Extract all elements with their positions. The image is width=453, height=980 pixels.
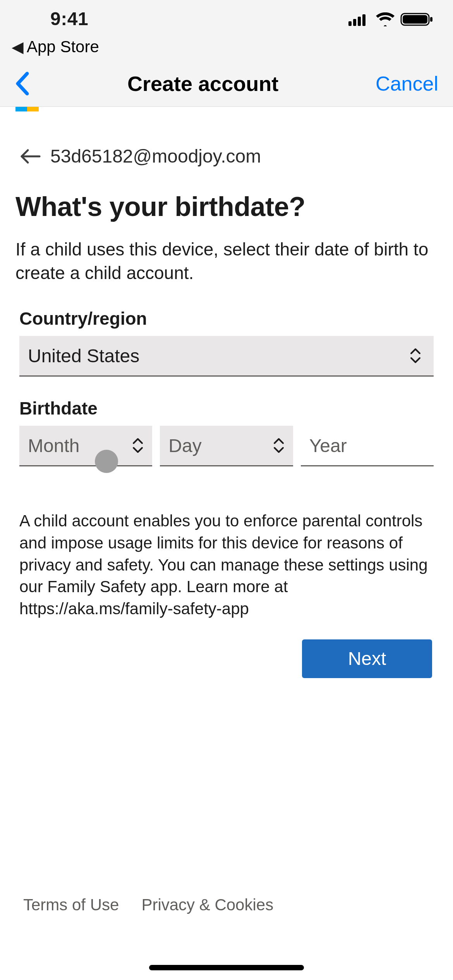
svg-rect-1 <box>353 19 356 26</box>
brand-strip <box>0 107 453 111</box>
day-placeholder: Day <box>168 435 201 456</box>
page-subtext: If a child uses this device, select thei… <box>15 238 438 308</box>
status-icons <box>348 12 434 28</box>
country-region-group: Country/region United States <box>15 308 438 398</box>
email-back-row[interactable]: 53d65182@moodjoy.com <box>15 111 438 184</box>
privacy-link[interactable]: Privacy & Cookies <box>141 896 273 914</box>
page-heading: What's your birthdate? <box>15 184 438 238</box>
svg-rect-5 <box>403 15 427 24</box>
updown-icon <box>131 437 144 454</box>
status-bar: 9:41 <box>0 0 453 37</box>
month-placeholder: Month <box>28 435 79 456</box>
next-button[interactable]: Next <box>302 639 432 678</box>
birthdate-label: Birthdate <box>19 398 434 426</box>
country-select[interactable]: United States <box>19 336 434 377</box>
touch-indicator <box>95 450 118 473</box>
nav-back-button[interactable] <box>15 71 30 96</box>
battery-icon <box>400 12 434 28</box>
arrow-left-icon <box>19 149 41 164</box>
svg-rect-6 <box>430 17 432 22</box>
year-placeholder: Year <box>309 435 347 456</box>
updown-icon <box>409 347 422 364</box>
child-account-description: A child account enables you to enforce p… <box>15 488 438 620</box>
home-indicator[interactable] <box>149 965 304 970</box>
svg-rect-2 <box>358 17 361 26</box>
updown-icon <box>272 437 285 454</box>
wifi-icon <box>376 12 395 28</box>
back-to-app-store[interactable]: ◀ App Store <box>0 37 453 60</box>
nav-title: Create account <box>127 72 278 96</box>
navigation-bar: Create account Cancel <box>0 60 453 107</box>
back-triangle-icon: ◀ <box>12 39 24 55</box>
back-app-label: App Store <box>27 38 99 56</box>
chevron-left-icon <box>15 71 30 96</box>
account-email: 53d65182@moodjoy.com <box>50 146 261 167</box>
terms-link[interactable]: Terms of Use <box>23 896 119 914</box>
month-select[interactable]: Month <box>19 426 152 466</box>
status-time: 9:41 <box>50 8 88 29</box>
cellular-icon <box>348 13 370 27</box>
birthdate-group: Birthdate Month Day <box>15 398 438 488</box>
country-label: Country/region <box>19 308 434 336</box>
svg-rect-3 <box>362 14 365 26</box>
day-select[interactable]: Day <box>160 426 293 466</box>
footer-links: Terms of Use Privacy & Cookies <box>23 896 273 914</box>
country-value: United States <box>28 345 139 367</box>
svg-rect-0 <box>348 21 352 26</box>
cancel-button[interactable]: Cancel <box>376 72 438 95</box>
year-input[interactable]: Year <box>301 426 434 466</box>
